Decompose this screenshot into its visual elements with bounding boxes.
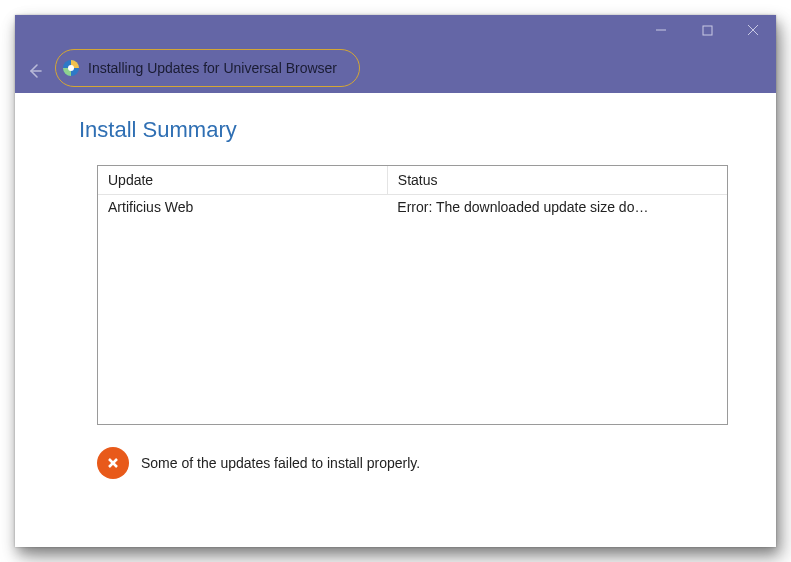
close-button[interactable] xyxy=(730,15,776,45)
maximize-button[interactable] xyxy=(684,15,730,45)
error-icon xyxy=(97,447,129,479)
content-area: Install Summary Update Status Artificius… xyxy=(15,93,776,547)
svg-rect-1 xyxy=(703,26,712,35)
minimize-button[interactable] xyxy=(638,15,684,45)
cell-status: Error: The downloaded update size do… xyxy=(387,195,727,220)
column-header-update[interactable]: Update xyxy=(98,166,387,195)
installer-window: Installing Updates for Universal Browser… xyxy=(15,15,776,547)
column-header-status[interactable]: Status xyxy=(387,166,727,195)
window-controls xyxy=(638,15,776,45)
page-title: Install Summary xyxy=(79,117,728,143)
updates-table: Update Status Artificius Web Error: The … xyxy=(97,165,728,425)
installer-icon xyxy=(62,59,80,77)
summary-status: Some of the updates failed to install pr… xyxy=(97,447,728,479)
title-pill: Installing Updates for Universal Browser xyxy=(55,49,360,87)
back-button[interactable] xyxy=(25,61,45,81)
window-title: Installing Updates for Universal Browser xyxy=(88,60,337,76)
summary-message: Some of the updates failed to install pr… xyxy=(141,455,420,471)
cell-update-name: Artificius Web xyxy=(98,195,387,220)
titlebar: Installing Updates for Universal Browser xyxy=(15,15,776,93)
svg-point-6 xyxy=(68,65,74,71)
table-row[interactable]: Artificius Web Error: The downloaded upd… xyxy=(98,195,727,220)
